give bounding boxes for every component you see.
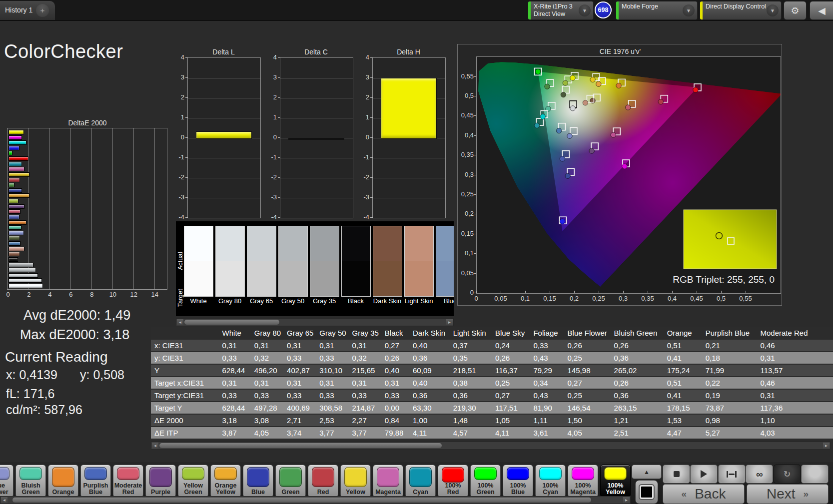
patch-button-orange-yellow[interactable]: Orange Yellow <box>210 465 241 498</box>
patch-button-purple[interactable]: Purple <box>145 465 176 498</box>
patch-button-100-red[interactable]: 100% Red <box>438 465 468 498</box>
patch-button-red[interactable]: Red <box>308 465 338 498</box>
history-tab-group: History 1 + <box>0 1 55 20</box>
chevron-down-icon[interactable]: ▼ <box>767 4 779 16</box>
scroll-left-icon[interactable]: ◄ <box>177 319 183 325</box>
display-control-dropdown[interactable]: Direct Display Control ▼ <box>700 1 782 20</box>
settings-button[interactable]: ⚙ <box>784 1 807 20</box>
de-bar-blue-sky <box>8 241 20 246</box>
tick-mark <box>474 175 476 175</box>
meter-dropdown[interactable]: X-Rite i1Pro 3 Direct View ▼ <box>528 1 594 20</box>
scroll-thumb[interactable] <box>159 443 442 448</box>
table-cell: 3,08 <box>251 415 283 426</box>
tick-mark <box>474 253 476 254</box>
table-scrollbar[interactable]: ◄► <box>151 442 831 450</box>
play-button[interactable] <box>690 465 718 484</box>
meter-line2: Direct View <box>534 10 565 17</box>
table-cell: 73,87 <box>702 402 757 414</box>
table-header-light-skin: Light Skin <box>450 327 492 339</box>
stop-measurement-button[interactable] <box>635 480 658 504</box>
patch-button-blue-flower[interactable]: Blue Flower <box>0 465 13 498</box>
patch-button-label: Moderate Red <box>113 483 143 497</box>
chevron-down-icon[interactable]: ▼ <box>683 4 695 16</box>
row-label: y: CIE31 <box>151 352 219 364</box>
reading-y-readout: y: 0,508 <box>80 368 124 382</box>
scroll-right-icon[interactable]: ► <box>823 443 830 449</box>
tick-mark <box>370 77 373 78</box>
patch-button-label: Yellow Green <box>178 483 208 497</box>
table-cell: 0,26 <box>611 340 664 351</box>
patch-button-green[interactable]: Green <box>275 465 306 498</box>
scroll-up-button[interactable]: ▲ <box>632 465 662 479</box>
measured-marker-100-green <box>535 69 540 74</box>
tick-mark <box>648 291 648 293</box>
patch-button-100-cyan[interactable]: 100% Cyan <box>535 465 566 498</box>
patch-button-purplish-blue[interactable]: Purplish Blue <box>80 465 111 498</box>
patch-button-yellow[interactable]: Yellow <box>340 465 371 498</box>
tick-mark <box>278 97 280 98</box>
scroll-right-icon[interactable]: ► <box>623 497 630 503</box>
range-button[interactable] <box>718 465 746 484</box>
extra-button[interactable] <box>801 465 829 484</box>
chevron-down-icon[interactable]: ▼ <box>579 4 591 16</box>
patch-button-cyan[interactable]: Cyan <box>405 465 436 498</box>
patch-button-100-yellow[interactable]: 100% Yellow <box>600 465 631 498</box>
deltae2000-chart-title: DeltaE 2000 <box>5 119 170 127</box>
tick-mark <box>474 273 476 274</box>
patch-button-swatch <box>409 467 432 487</box>
table-cell: 79,29 <box>530 365 564 376</box>
tick-mark <box>370 57 373 58</box>
patch-actual-swatch <box>342 226 370 261</box>
patch-button-magenta[interactable]: Magenta <box>373 465 403 498</box>
measured-marker-yellow-green <box>563 80 568 85</box>
collapse-panel-button[interactable]: ◀ <box>810 1 833 20</box>
scroll-thumb[interactable] <box>12 498 591 503</box>
source-dropdown[interactable]: Mobile Forge ▼ <box>616 1 698 20</box>
patch-button-blue[interactable]: Blue <box>243 465 273 498</box>
measured-marker-yellow <box>590 77 595 82</box>
table-cell: 0,31 <box>283 377 316 389</box>
back-button[interactable]: « Back <box>663 484 745 504</box>
next-button[interactable]: Next » <box>747 484 829 504</box>
patch-button-moderate-red[interactable]: Moderate Red <box>113 465 143 498</box>
gridline <box>154 128 155 289</box>
measured-marker-blue <box>565 173 570 178</box>
tick-mark <box>278 177 280 178</box>
patch-actual-swatch <box>184 226 213 261</box>
patch-button-bluish-green[interactable]: Bluish Green <box>15 465 46 498</box>
patch-button-100-magenta[interactable]: 100% Magenta <box>568 465 598 498</box>
table-cell: 0,25 <box>564 352 611 364</box>
sync-button[interactable]: ↻ <box>774 465 801 484</box>
scroll-left-icon[interactable]: ◄ <box>1 497 7 503</box>
gridline <box>280 198 353 198</box>
tick-mark <box>370 137 373 138</box>
dock-scrollbar[interactable]: ◄► <box>0 496 631 504</box>
y-tick-label: -3 <box>266 193 277 201</box>
scroll-right-icon[interactable]: ► <box>446 319 453 325</box>
table-cell: 117,36 <box>757 402 833 414</box>
scroll-left-icon[interactable]: ◄ <box>152 443 158 449</box>
table-cell: 0,00 <box>381 402 409 414</box>
table-cell: 1,50 <box>564 415 611 426</box>
tick-mark <box>278 197 280 198</box>
tick-mark <box>474 76 476 77</box>
actual-row-label: Actual <box>176 246 184 276</box>
patch-button-100-blue[interactable]: 100% Blue <box>503 465 533 498</box>
tab-history-1[interactable]: History 1 <box>5 6 32 14</box>
table-cell: 214,87 <box>349 402 381 414</box>
swatch-strip-scrollbar[interactable]: ◄► <box>176 318 454 326</box>
measurement-count-badge[interactable]: 698 <box>595 1 612 18</box>
table-row-δe-itp: ΔE ITP3,874,053,743,773,7779,884,114,574… <box>151 427 833 439</box>
patch-button-100-green[interactable]: 100% Green <box>470 465 501 498</box>
table-cell: 0,51 <box>664 377 702 389</box>
patch-button-yellow-green[interactable]: Yellow Green <box>178 465 208 498</box>
table-row-target-y: Target Y628,44497,28400,69308,58214,870,… <box>151 402 833 414</box>
tick-mark <box>474 194 476 195</box>
cie-y-tick: 0,1 <box>459 249 474 257</box>
infinity-button[interactable]: ∞ <box>746 465 773 484</box>
delta-chart-delta-c: Delta C43210-1-2-3-4 <box>266 48 356 228</box>
scroll-thumb[interactable] <box>184 320 279 325</box>
add-tab-button[interactable]: + <box>36 4 49 17</box>
stop-button[interactable] <box>663 465 690 484</box>
patch-button-orange[interactable]: Orange <box>48 465 78 498</box>
